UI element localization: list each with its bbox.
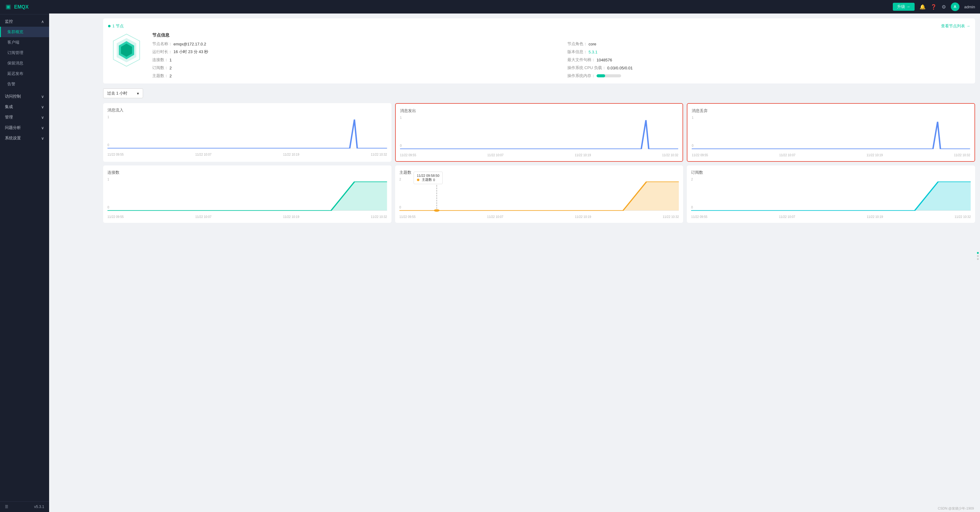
chart-msg-drop-title: 消息丢弃 [692, 108, 970, 114]
node-info-grid: 节点名称： emqx@172.17.0.2 运行时长： 16 小时 23 分 4… [152, 41, 970, 79]
settings-icon[interactable]: ⚙ [942, 4, 946, 10]
sidebar: EMQX 监控 ∧ 集群概览 客户端 订阅管理 保留消息 延迟发布 告警 访问控… [0, 0, 49, 512]
role-value: core [589, 42, 596, 46]
sidebar-item-cluster[interactable]: 集群概览 [0, 27, 49, 37]
subscriptions-row: 订阅数： 2 [152, 65, 555, 71]
chart-topics-area: 2 0 [399, 178, 679, 215]
sidebar-management-header[interactable]: 管理 ∨ [0, 112, 49, 122]
node-name-label: 节点名称： [152, 41, 172, 47]
chart-msg-drop-xlabels: 11/22 09:55 11/22 10:07 11/22 10:19 11/2… [692, 153, 970, 157]
chart-msg-drop-svg [692, 116, 970, 153]
scroll-hint [976, 251, 980, 261]
dropdown-icon: ▾ [137, 91, 139, 96]
svg-point-15 [434, 209, 439, 212]
chart-connections-xlabels: 11/22 09:55 11/22 10:07 11/22 10:19 11/2… [107, 215, 387, 219]
sidebar-settings-header[interactable]: 系统设置 ∨ [0, 133, 49, 143]
main-content: 1 节点 查看节点列表 → 节点信息 [98, 14, 980, 512]
chart-connections: 连接数 1 0 11/22 09:55 11/22 10:07 11/22 10… [103, 165, 391, 223]
charts-grid-bottom: 连接数 1 0 11/22 09:55 11/22 10:07 11/22 10… [103, 165, 975, 223]
svg-marker-11 [107, 182, 387, 210]
version-value: 5.3.1 [589, 50, 597, 54]
topbar: 升级 → 🔔 ❓ ⚙ A admin [49, 0, 980, 14]
uptime-value: 16 小时 23 分 43 秒 [173, 49, 208, 55]
upgrade-button[interactable]: 升级 → [893, 3, 915, 11]
view-nodes-link[interactable]: 查看节点列表 → [941, 23, 970, 29]
chart-topics-svg [399, 178, 679, 215]
chart-topics-ymin: 0 [399, 206, 401, 209]
app-version: v5.3.1 [34, 505, 44, 509]
sidebar-integration-header[interactable]: 集成 ∨ [0, 102, 49, 112]
subscriptions-label: 订阅数： [152, 65, 168, 71]
role-row: 节点角色： core [567, 41, 970, 47]
max-fds-label: 最大文件句柄： [567, 57, 595, 63]
chart-msg-in-area: 1 0 [107, 115, 387, 152]
chart-msg-in-xlabels: 11/22 09:55 11/22 10:07 11/22 10:19 11/2… [107, 153, 387, 156]
chart-subscriptions-area: 2 0 [691, 178, 971, 215]
node-body: 节点信息 节点名称： emqx@172.17.0.2 运行时长： 16 小时 2… [108, 33, 970, 79]
chart-connections-ymin: 0 [107, 206, 109, 209]
chart-subscriptions-svg [691, 178, 971, 215]
version-label: 版本信息： [567, 49, 587, 55]
chart-connections-svg [107, 178, 387, 215]
username-label: admin [964, 5, 975, 9]
chevron-right-icon5: ∨ [41, 136, 44, 141]
svg-rect-2 [7, 6, 9, 8]
node-info-section: 节点信息 节点名称： emqx@172.17.0.2 运行时长： 16 小时 2… [152, 33, 970, 79]
time-filter: 过去 1 小时 ▾ [103, 88, 975, 98]
memory-bar-bg [597, 74, 621, 77]
avatar: A [951, 2, 959, 11]
svg-marker-17 [915, 182, 971, 210]
sidebar-item-retained[interactable]: 保留消息 [0, 58, 49, 68]
node-count-label: 1 节点 [112, 23, 124, 29]
topics-label: 主题数： [152, 73, 168, 79]
chart-connections-area: 1 0 [107, 178, 387, 215]
chart-subscriptions-title: 订阅数 [691, 170, 971, 175]
chart-msg-out-ymin: 0 [400, 144, 402, 147]
chart-msg-out-title: 消息发出 [400, 108, 679, 114]
chart-msg-in: 消息流入 1 0 11/22 09:55 11/22 10:07 11/22 1… [103, 103, 391, 162]
sidebar-item-subscriptions[interactable]: 订阅管理 [0, 48, 49, 58]
sidebar-access-header[interactable]: 访问控制 ∨ [0, 91, 49, 102]
help-icon[interactable]: ❓ [931, 4, 937, 10]
hex-icon [111, 33, 142, 68]
scroll-dot-2 [977, 255, 979, 257]
time-select[interactable]: 过去 1 小时 ▾ [103, 88, 143, 98]
scroll-dot-1 [977, 252, 979, 254]
status-dot [108, 25, 111, 27]
scroll-dot-3 [977, 258, 979, 260]
cpu-label: 操作系统 CPU 负载： [567, 65, 606, 71]
sidebar-item-alarms[interactable]: 告警 [0, 79, 49, 89]
bell-icon[interactable]: 🔔 [920, 4, 926, 10]
chart-msg-out-svg [400, 116, 679, 153]
chart-msg-in-ymin: 0 [107, 143, 109, 147]
chart-connections-ymax: 1 [107, 178, 109, 181]
chart-subscriptions-ymin: 0 [691, 206, 693, 209]
topics-value: 2 [169, 74, 172, 78]
chart-msg-drop: 消息丢弃 1 0 11/22 09:55 11/22 10:07 11/22 1… [687, 103, 975, 162]
sidebar-item-clients[interactable]: 客户端 [0, 37, 49, 48]
memory-bar-fill [597, 74, 605, 77]
memory-label: 操作系统内存： [567, 73, 595, 79]
chart-topics-ymax: 2 [399, 178, 401, 181]
chevron-right-icon2: ∨ [41, 105, 44, 109]
chart-msg-in-svg [107, 115, 387, 152]
subscriptions-value: 2 [169, 66, 172, 70]
role-label: 节点角色： [567, 41, 587, 47]
topics-row: 主题数： 2 [152, 73, 555, 79]
memory-bar-container [597, 74, 621, 77]
sidebar-monitor-header[interactable]: 监控 ∧ [0, 16, 49, 27]
chart-msg-out-xlabels: 11/22 09:55 11/22 10:07 11/22 10:19 11/2… [400, 153, 679, 157]
chart-msg-in-ymax: 1 [107, 115, 109, 119]
chevron-right-icon4: ∨ [41, 126, 44, 130]
node-name-value: emqx@172.17.0.2 [173, 42, 206, 46]
connections-label: 连接数： [152, 57, 168, 63]
sidebar-item-delayed[interactable]: 延迟发布 [0, 68, 49, 79]
chart-msg-drop-area: 1 0 [692, 116, 970, 153]
menu-collapse-icon[interactable]: ☰ [5, 505, 8, 509]
chart-subscriptions-ymax: 2 [691, 178, 693, 181]
cpu-row: 操作系统 CPU 负载： 0.03/0.05/0.01 [567, 65, 970, 71]
node-name-row: 节点名称： emqx@172.17.0.2 [152, 41, 555, 47]
chevron-right-icon3: ∨ [41, 115, 44, 120]
sidebar-diagnosis-header[interactable]: 问题分析 ∨ [0, 122, 49, 133]
connections-row: 连接数： 1 [152, 57, 555, 63]
